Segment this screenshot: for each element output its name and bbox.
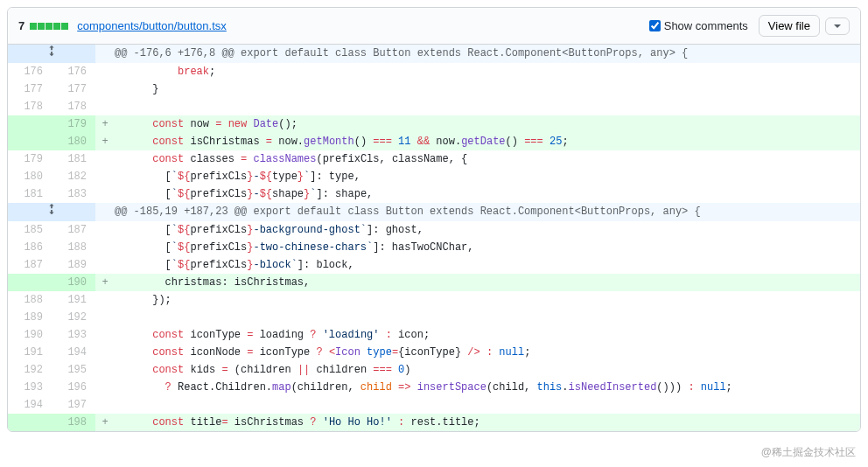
code-content: } [115, 80, 860, 98]
expand-icon[interactable] [8, 203, 95, 221]
diff-line: 181183 [`${prefixCls}-${shape}`]: shape, [8, 185, 860, 203]
show-comments-label: Show comments [664, 19, 748, 32]
new-line-num: 178 [52, 98, 95, 115]
old-line-num: 193 [8, 379, 52, 396]
line-marker [95, 344, 115, 361]
line-marker [95, 150, 115, 168]
old-line-num: 178 [8, 98, 52, 115]
show-comments-toggle[interactable]: Show comments [649, 19, 748, 32]
old-line-num [8, 115, 52, 133]
code-content: const kids = (children || children === 0… [115, 361, 860, 379]
diff-line: 192195 const kids = (children || childre… [8, 361, 860, 379]
diff-body: @@ -176,6 +176,8 @@ export default class… [8, 45, 860, 431]
line-marker [95, 309, 115, 326]
line-marker [95, 256, 115, 274]
chevron-down-icon [833, 22, 842, 31]
code-content: [`${prefixCls}-block`]: block, [115, 256, 860, 274]
old-line-num: 187 [8, 256, 52, 274]
line-marker [95, 239, 115, 256]
old-line-num: 188 [8, 291, 52, 309]
diff-line: 189192 [8, 309, 860, 326]
new-line-num: 197 [52, 396, 95, 414]
diff-line: 177177 } [8, 80, 860, 98]
hunk-header-text: @@ -185,19 +187,23 @@ export default cla… [115, 203, 860, 221]
hunk-header-text: @@ -176,6 +176,8 @@ export default class… [115, 45, 860, 63]
code-content [115, 396, 860, 414]
code-content [115, 309, 860, 326]
new-line-num: 187 [52, 221, 95, 239]
new-line-num: 182 [52, 168, 95, 185]
new-line-num: 176 [52, 63, 95, 80]
diff-line: 190+ christmas: isChristmas, [8, 274, 860, 291]
code-content: }); [115, 291, 860, 309]
line-marker [95, 379, 115, 396]
hunk-header: @@ -176,6 +176,8 @@ export default class… [8, 45, 860, 63]
old-line-num: 191 [8, 344, 52, 361]
new-line-num: 189 [52, 256, 95, 274]
new-line-num: 179 [52, 115, 95, 133]
new-line-num: 177 [52, 80, 95, 98]
diff-line: 180+ const isChristmas = now.getMonth() … [8, 133, 860, 150]
old-line-num: 185 [8, 221, 52, 239]
line-marker [95, 168, 115, 185]
change-count: 7 [18, 19, 24, 32]
code-content: [`${prefixCls}-background-ghost`]: ghost… [115, 221, 860, 239]
code-content: break; [115, 63, 860, 80]
line-marker [95, 361, 115, 379]
diff-line: 194197 [8, 396, 860, 414]
code-content: const iconType = loading ? 'loading' : i… [115, 326, 860, 344]
new-line-num: 193 [52, 326, 95, 344]
view-file-button[interactable]: View file [759, 15, 820, 37]
code-content: christmas: isChristmas, [115, 274, 860, 291]
file-path-link[interactable]: components/button/button.tsx [77, 19, 227, 32]
more-options-button[interactable] [825, 17, 850, 35]
diff-table: @@ -176,6 +176,8 @@ export default class… [8, 45, 860, 431]
line-marker: + [95, 274, 115, 291]
old-line-num [8, 414, 52, 431]
old-line-num: 190 [8, 326, 52, 344]
new-line-num: 180 [52, 133, 95, 150]
diff-line: 176176 break; [8, 63, 860, 80]
new-line-num: 198 [52, 414, 95, 431]
old-line-num [8, 274, 52, 291]
expand-icon[interactable] [8, 45, 95, 63]
line-marker: + [95, 133, 115, 150]
line-marker [95, 326, 115, 344]
new-line-num: 192 [52, 309, 95, 326]
new-line-num: 181 [52, 150, 95, 168]
new-line-num: 195 [52, 361, 95, 379]
line-marker: + [95, 414, 115, 431]
old-line-num [8, 133, 52, 150]
old-line-num: 176 [8, 63, 52, 80]
diff-line: 179181 const classes = classNames(prefix… [8, 150, 860, 168]
code-content [115, 98, 860, 115]
diff-line: 190193 const iconType = loading ? 'loadi… [8, 326, 860, 344]
diff-line: 193196 ? React.Children.map(children, ch… [8, 379, 860, 396]
file-header: 7 components/button/button.tsx Show comm… [8, 8, 860, 45]
diff-line: 188191 }); [8, 291, 860, 309]
line-marker [95, 396, 115, 414]
line-marker [95, 291, 115, 309]
new-line-num: 196 [52, 379, 95, 396]
new-line-num: 190 [52, 274, 95, 291]
code-content: const now = new Date(); [115, 115, 860, 133]
line-marker: + [95, 115, 115, 133]
diff-line: 179+ const now = new Date(); [8, 115, 860, 133]
diff-line: 178178 [8, 98, 860, 115]
code-content: [`${prefixCls}-${shape}`]: shape, [115, 185, 860, 203]
new-line-num: 188 [52, 239, 95, 256]
code-content: const iconNode = iconType ? <Icon type={… [115, 344, 860, 361]
code-content: [`${prefixCls}-two-chinese-chars`]: hasT… [115, 239, 860, 256]
new-line-num: 191 [52, 291, 95, 309]
show-comments-checkbox[interactable] [649, 20, 661, 31]
line-marker [95, 63, 115, 80]
hunk-header: @@ -185,19 +187,23 @@ export default cla… [8, 203, 860, 221]
old-line-num: 186 [8, 239, 52, 256]
diff-file: 7 components/button/button.tsx Show comm… [7, 7, 861, 432]
line-marker [95, 221, 115, 239]
diff-line: 186188 [`${prefixCls}-two-chinese-chars`… [8, 239, 860, 256]
diff-line: 185187 [`${prefixCls}-background-ghost`]… [8, 221, 860, 239]
code-content: const classes = classNames(prefixCls, cl… [115, 150, 860, 168]
old-line-num: 181 [8, 185, 52, 203]
diff-line: 180182 [`${prefixCls}-${type}`]: type, [8, 168, 860, 185]
